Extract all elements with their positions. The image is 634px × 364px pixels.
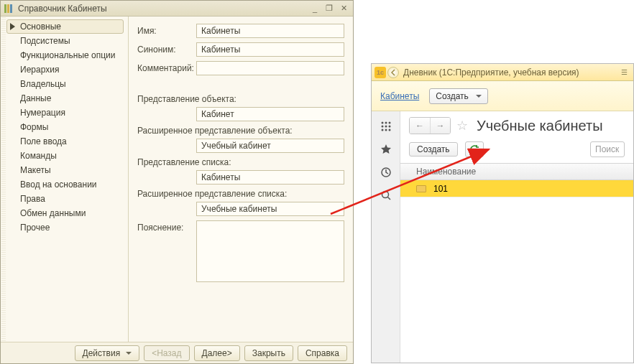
- sidebar-item-label: Данные: [20, 93, 51, 103]
- sidebar-item-owners[interactable]: Владельцы: [6, 77, 124, 91]
- svg-point-8: [388, 126, 390, 128]
- ext-obj-repr-input[interactable]: [196, 139, 344, 153]
- runtime-titlebar: 1c Дневник (1C:Предприятие, учебная верс…: [372, 64, 633, 81]
- svg-point-3: [381, 122, 383, 124]
- name-input[interactable]: [196, 24, 344, 38]
- page-heading: Учебные кабинеты: [477, 118, 603, 134]
- minimize-button[interactable]: _: [308, 3, 321, 14]
- sidebar-item-inputfield[interactable]: Поле ввода: [6, 134, 124, 149]
- sidebar-item-label: Прочее: [20, 223, 50, 233]
- nav-back-button[interactable]: ←: [410, 118, 430, 134]
- runtime-window: 1c Дневник (1C:Предприятие, учебная верс…: [371, 63, 634, 363]
- restore-button[interactable]: ❐: [323, 3, 336, 14]
- search-input[interactable]: Поиск: [590, 141, 625, 157]
- sidebar-item-main[interactable]: Основные: [6, 19, 124, 34]
- gutter-decoration: [1, 17, 6, 342]
- svg-point-6: [381, 126, 383, 128]
- toolbar-link-cabinets[interactable]: Кабинеты: [380, 91, 419, 101]
- list-repr-label: Представление списка:: [137, 157, 344, 167]
- svg-point-10: [385, 129, 387, 131]
- synonym-label: Синоним:: [137, 45, 196, 55]
- sidebar-item-templates[interactable]: Макеты: [6, 163, 124, 177]
- svg-line-14: [387, 197, 390, 200]
- svg-rect-1: [7, 4, 9, 13]
- svg-point-13: [382, 192, 388, 198]
- sidebar-item-label: Нумерация: [20, 108, 65, 118]
- grid-icon[interactable]: [380, 120, 392, 133]
- svg-point-9: [381, 129, 383, 131]
- sidebar-item-commands[interactable]: Команды: [6, 149, 124, 163]
- nav-back-forward: ← →: [409, 117, 451, 134]
- help-button[interactable]: Справка: [298, 345, 347, 361]
- sidebar-item-label: Команды: [20, 151, 57, 161]
- svg-point-7: [385, 126, 387, 128]
- toolbar-create-button[interactable]: Создать: [429, 88, 488, 104]
- comment-input[interactable]: [196, 61, 344, 75]
- runtime-rail: [372, 111, 400, 363]
- back-button[interactable]: <Назад: [144, 345, 189, 361]
- svg-point-11: [388, 129, 390, 131]
- sidebar-item-exchange[interactable]: Обмен данными: [6, 206, 124, 220]
- ext-list-repr-label: Расширенное представление списка:: [137, 189, 344, 199]
- runtime-nav: ← → ☆ Учебные кабинеты: [400, 117, 633, 134]
- runtime-extra-icon[interactable]: ☰: [617, 67, 630, 78]
- name-label: Имя:: [137, 26, 196, 36]
- sidebar-item-label: Подсистемы: [20, 36, 70, 46]
- designer-window: Справочник Кабинеты _ ❐ ✕ Основные Подси…: [0, 0, 354, 364]
- sidebar-item-funcopts[interactable]: Функциональные опции: [6, 48, 124, 62]
- close-footer-button[interactable]: Закрыть: [244, 345, 293, 361]
- sidebar-item-label: Владельцы: [20, 79, 66, 89]
- toolbar-create-label: Создать: [436, 91, 469, 101]
- ext-obj-repr-label: Расширенное представление объекта:: [137, 126, 344, 136]
- runtime-toolbar: Кабинеты Создать: [372, 81, 633, 111]
- sidebar-item-label: Ввод на основании: [20, 179, 97, 190]
- form-area: Имя: Синоним: Комментарий: Представление…: [129, 17, 353, 342]
- folder-icon: [416, 185, 426, 192]
- grid-cell-name: 101: [433, 184, 448, 194]
- nav-round-button[interactable]: [387, 67, 399, 78]
- synonym-input[interactable]: [196, 42, 344, 57]
- sidebar-item-label: Макеты: [20, 165, 51, 175]
- sidebar-item-label: Поле ввода: [20, 136, 67, 146]
- clock-icon[interactable]: [380, 166, 392, 179]
- explanation-input[interactable]: [196, 220, 344, 282]
- star-icon[interactable]: [380, 143, 392, 156]
- obj-repr-label: Представление объекта:: [137, 94, 344, 104]
- explanation-label: Пояснение:: [137, 220, 196, 233]
- list-repr-input[interactable]: [196, 170, 344, 185]
- refresh-button[interactable]: [465, 141, 484, 157]
- sidebar-item-label: Основные: [20, 22, 61, 32]
- ext-list-repr-input[interactable]: [196, 202, 344, 216]
- designer-footer: Действия <Назад Далее> Закрыть Справка: [1, 342, 353, 363]
- close-button[interactable]: ✕: [337, 3, 350, 14]
- sidebar-item-inputbase[interactable]: Ввод на основании: [6, 177, 124, 192]
- comment-label: Комментарий:: [137, 63, 196, 73]
- designer-titlebar: Справочник Кабинеты _ ❐ ✕: [1, 1, 353, 17]
- app-icon: [4, 4, 14, 14]
- sidebar-item-label: Формы: [20, 122, 48, 132]
- sidebar-item-hierarchy[interactable]: Иерархия: [6, 62, 124, 77]
- actions-button[interactable]: Действия: [75, 345, 140, 361]
- grid-row[interactable]: 101: [400, 180, 633, 197]
- favorite-star-icon[interactable]: ☆: [456, 118, 468, 134]
- search-icon[interactable]: [380, 189, 392, 202]
- sidebar-item-rights[interactable]: Права: [6, 192, 124, 206]
- sidebar-item-subsystems[interactable]: Подсистемы: [6, 34, 124, 48]
- sidebar-item-forms[interactable]: Формы: [6, 120, 124, 134]
- runtime-content: ← → ☆ Учебные кабинеты Создать Поиск Наи…: [400, 111, 633, 363]
- svg-rect-2: [10, 4, 12, 13]
- designer-title: Справочник Кабинеты: [18, 4, 307, 14]
- nav-forward-button[interactable]: →: [430, 118, 450, 134]
- list-create-button[interactable]: Создать: [409, 142, 458, 157]
- obj-repr-input[interactable]: [196, 107, 344, 121]
- svg-point-5: [388, 122, 390, 124]
- sidebar-item-numbering[interactable]: Нумерация: [6, 106, 124, 120]
- sidebar-item-other[interactable]: Прочее: [6, 220, 124, 235]
- app-badge-icon: 1c: [375, 67, 386, 78]
- grid-header[interactable]: Наименование: [400, 163, 633, 180]
- next-button[interactable]: Далее>: [194, 345, 240, 361]
- sidebar-item-label: Функциональные опции: [20, 50, 116, 60]
- designer-sidebar: Основные Подсистемы Функциональные опции…: [1, 17, 129, 342]
- sidebar-item-data[interactable]: Данные: [6, 91, 124, 106]
- svg-point-4: [385, 122, 387, 124]
